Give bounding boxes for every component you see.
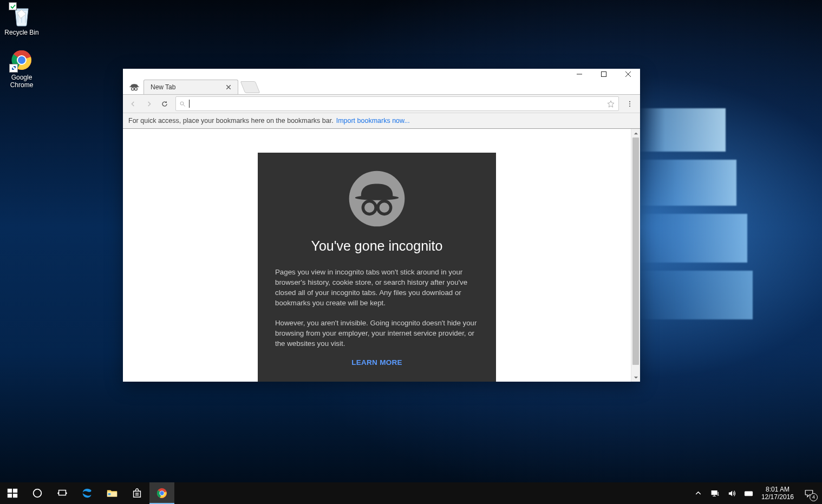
- tray-network-icon[interactable]: [707, 482, 723, 504]
- wallpaper-light-shaft: [639, 214, 747, 263]
- svg-point-14: [629, 101, 630, 102]
- chrome-window: New Tab For quick access, place your boo…: [123, 69, 640, 382]
- desktop-icon-google-chrome[interactable]: Google Chrome: [1, 48, 42, 89]
- svg-rect-23: [8, 494, 12, 498]
- svg-rect-36: [712, 490, 717, 494]
- svg-point-12: [180, 102, 184, 105]
- clock-time: 8:01 AM: [766, 486, 790, 493]
- content-area: You've gone incognito Pages you view in …: [123, 129, 640, 382]
- svg-rect-31: [135, 494, 136, 495]
- bookmark-star-icon[interactable]: [606, 100, 615, 108]
- new-tab-button[interactable]: [240, 81, 260, 93]
- omnibox-input[interactable]: [190, 99, 606, 108]
- action-center-button[interactable]: 4: [798, 482, 820, 504]
- svg-rect-21: [8, 489, 12, 493]
- system-tray: 8:01 AM 12/17/2016 4: [690, 482, 822, 504]
- address-bar[interactable]: [175, 96, 619, 111]
- svg-rect-22: [13, 489, 17, 493]
- desktop-icons: Recycle Bin Google Chrome: [1, 3, 42, 101]
- window-titlebar[interactable]: [123, 69, 640, 80]
- desktop-icon-label: Recycle Bin: [4, 29, 38, 36]
- cortana-button[interactable]: [25, 482, 50, 504]
- incognito-icon: [347, 169, 407, 228]
- taskbar-app-chrome[interactable]: [149, 482, 174, 504]
- tab-strip: New Tab: [123, 80, 640, 94]
- recycle-bin-icon: [10, 3, 34, 27]
- start-button[interactable]: [0, 482, 25, 504]
- incognito-paragraph-2: However, you aren't invisible. Going inc…: [275, 318, 479, 349]
- bookmarks-bar: For quick access, place your bookmarks h…: [123, 113, 640, 129]
- svg-rect-29: [135, 493, 136, 494]
- svg-point-8: [132, 87, 134, 90]
- taskbar-app-file-explorer[interactable]: [100, 482, 125, 504]
- svg-point-25: [34, 489, 42, 498]
- menu-button[interactable]: [623, 97, 637, 111]
- taskbar-app-edge[interactable]: [75, 482, 100, 504]
- svg-point-7: [129, 86, 139, 87]
- svg-rect-24: [13, 494, 17, 498]
- svg-rect-26: [59, 490, 66, 495]
- scrollbar[interactable]: [631, 129, 640, 382]
- svg-point-16: [629, 106, 630, 107]
- chrome-icon: [10, 48, 34, 72]
- scrollbar-thumb[interactable]: [632, 138, 639, 365]
- minimize-button[interactable]: [567, 69, 591, 80]
- wallpaper-light-shaft: [639, 271, 753, 319]
- desktop-icon-recycle-bin[interactable]: Recycle Bin: [1, 3, 42, 36]
- scrollbar-up-arrow-icon[interactable]: [631, 129, 640, 138]
- incognito-paragraph-1: Pages you view in incognito tabs won't s…: [275, 267, 479, 308]
- wallpaper-light-shaft: [639, 160, 736, 206]
- forward-button[interactable]: [142, 97, 156, 111]
- tab-close-button[interactable]: [225, 83, 232, 91]
- tray-keyboard-icon[interactable]: [740, 482, 757, 504]
- svg-rect-4: [601, 72, 606, 77]
- wallpaper-light-shaft: [639, 108, 726, 152]
- tab-new-tab[interactable]: New Tab: [143, 80, 238, 94]
- learn-more-link[interactable]: LEARN MORE: [275, 358, 479, 366]
- svg-point-9: [134, 87, 137, 90]
- desktop-icon-label: Google Chrome: [1, 74, 42, 89]
- reload-button[interactable]: [158, 97, 172, 111]
- scrollbar-down-arrow-icon[interactable]: [631, 373, 640, 382]
- shortcut-arrow-icon: [9, 64, 18, 73]
- svg-rect-30: [137, 493, 138, 494]
- toolbar: [123, 94, 640, 113]
- search-icon: [179, 101, 186, 107]
- incognito-card: You've gone incognito Pages you view in …: [258, 153, 496, 382]
- tray-volume-icon[interactable]: [723, 482, 740, 504]
- back-button[interactable]: [126, 97, 140, 111]
- import-bookmarks-link[interactable]: Import bookmarks now...: [336, 117, 410, 125]
- page-viewport[interactable]: You've gone incognito Pages you view in …: [123, 129, 631, 382]
- task-view-button[interactable]: [50, 482, 75, 504]
- incognito-heading: You've gone incognito: [275, 238, 479, 254]
- maximize-button[interactable]: [591, 69, 616, 80]
- tab-title: New Tab: [151, 83, 225, 91]
- taskbar-app-store[interactable]: [125, 482, 149, 504]
- svg-point-35: [160, 491, 164, 495]
- tray-overflow-button[interactable]: [690, 482, 707, 504]
- svg-point-2: [18, 56, 25, 64]
- notification-count-badge: 4: [810, 493, 818, 501]
- selection-checkbox-icon: [9, 2, 17, 10]
- bookmarks-bar-prompt: For quick access, place your bookmarks h…: [128, 117, 334, 125]
- svg-line-13: [184, 104, 185, 106]
- svg-rect-28: [108, 493, 111, 495]
- clock-date: 12/17/2016: [761, 493, 794, 501]
- incognito-indicator-icon: [126, 80, 142, 94]
- taskbar-clock[interactable]: 8:01 AM 12/17/2016: [757, 486, 798, 501]
- close-button[interactable]: [616, 69, 640, 80]
- svg-point-15: [629, 103, 630, 104]
- svg-rect-32: [137, 494, 138, 495]
- taskbar: 8:01 AM 12/17/2016 4: [0, 482, 822, 504]
- svg-point-18: [355, 195, 399, 200]
- svg-rect-37: [745, 491, 752, 495]
